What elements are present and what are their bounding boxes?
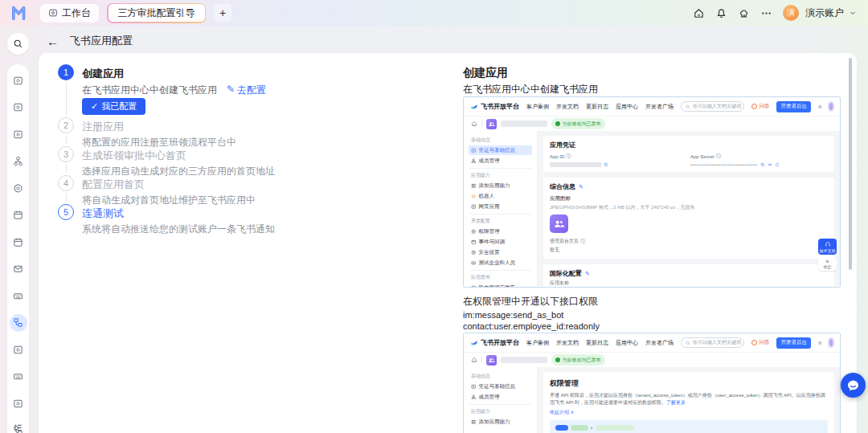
preview-panel: 创建应用 在飞书应用中心中创建飞书应用 飞书开放平台 客户案例 开发文档 更新日… (463, 53, 847, 433)
rail-item-integration[interactable] (10, 179, 27, 197)
flow-row (555, 425, 822, 431)
edit-pencil-icon: ✎ (585, 271, 590, 277)
more-options-icon[interactable] (760, 7, 772, 19)
notification-bell-icon[interactable] (715, 7, 727, 19)
rail-item-workflow-active[interactable] (10, 314, 27, 332)
rail-item-schedule[interactable] (10, 233, 27, 251)
tab-active-border: 三方审批配置引导 (107, 3, 206, 23)
sliders-icon (13, 371, 23, 382)
rail-item-mail[interactable] (10, 260, 27, 278)
step-2-desc: 将配置的应用注册至班领流程平台中 (82, 136, 236, 149)
publish-status-badge: 当前修改均已发布 (551, 118, 605, 129)
rail-item-gallery[interactable] (10, 394, 27, 412)
back-button[interactable]: ← (47, 35, 59, 48)
sidebar-section-basic: 基础信息 (471, 373, 532, 380)
feishu-console-button: 开发者后台 (776, 101, 811, 112)
copy-icon (760, 162, 765, 167)
home-icon[interactable] (693, 7, 705, 19)
learn-more-link: 了解更多 (666, 400, 686, 405)
feishu-nav-appcenter: 应用中心 (616, 339, 638, 347)
rail-item-capture[interactable] (10, 341, 27, 358)
configured-button[interactable]: ✓ 我已配置 (82, 98, 145, 115)
rail-item-calendar[interactable] (10, 206, 27, 224)
user-avatar[interactable]: 演 (783, 5, 799, 21)
divider (469, 168, 532, 169)
feishu-sidebar: 基础信息 凭证与基础信息 成员管理 应用能力 添加应用能力 (464, 367, 538, 433)
permission-note: 在权限管理中开通以下接口权限 (463, 295, 598, 308)
step-1-number: 1 (58, 64, 74, 80)
step-connector (66, 165, 67, 173)
apps-icon (13, 129, 23, 140)
search-button[interactable] (7, 33, 29, 55)
tab-approval-guide[interactable]: 三方审批配置引导 (108, 4, 205, 22)
org-chart-icon (13, 156, 23, 166)
permission-desc: 开通 API 权限后，应用才能以应用身份（tenant_access_token… (550, 392, 833, 406)
app-logo (11, 5, 29, 21)
grid-menu-icon (818, 104, 821, 110)
account-name[interactable]: 演示账户 (805, 6, 844, 20)
permission-scopes: im:message:send_as_bot contact:user.empl… (463, 309, 600, 332)
headset-icon (825, 241, 831, 247)
schedule-icon (13, 237, 23, 247)
credential-icon (471, 384, 477, 390)
feishu-nav-changelog: 更新日志 (586, 103, 608, 111)
feishu-navbar: 飞书开放平台 客户案例 开发文档 更新日志 应用中心 开发者广场 你可以输入文档… (464, 333, 840, 353)
screenshot-feishu-console-basic: 飞书开放平台 客户案例 开发文档 更新日志 应用中心 开发者广场 你可以输入文档… (463, 96, 841, 288)
rail-bottom-menu[interactable] (13, 423, 23, 433)
rail-item-input[interactable] (10, 287, 27, 304)
rail-item-approval[interactable] (10, 99, 27, 116)
app-secret-label: App Secretⓘ (690, 153, 780, 160)
i18n-card: 国际化配置✎ 应用名称 (543, 264, 834, 286)
app-body: ← 飞书应用配置 1 创建应用 在飞书应用中心中创建飞书应用 ✎去配置 ✓ 我已… (0, 26, 868, 433)
token-flow-infobox (550, 420, 828, 433)
new-tab-button[interactable]: + (214, 4, 231, 22)
rail-item-org[interactable] (10, 153, 27, 170)
security-icon (471, 250, 477, 255)
test-org-icon (471, 260, 477, 266)
caret-up-icon: ∧ (571, 410, 574, 415)
window-titlebar: 工作台 三方审批配置引导 + 演 演示账户 (0, 0, 868, 26)
feishu-breadcrumb: 当前修改均已发布 (464, 116, 840, 131)
rewards-icon[interactable] (738, 7, 750, 19)
feishu-logo-icon (470, 339, 478, 347)
tab-workspace[interactable]: 工作台 (40, 4, 99, 22)
app-avatar (486, 355, 497, 366)
app-name-redacted (501, 357, 547, 363)
floating-side-buttons: 技术支持 »收起 (818, 239, 837, 271)
scrollbar-thumb[interactable] (849, 58, 852, 270)
qa-icon (751, 340, 757, 345)
app-id-label: App IDⓘ (550, 153, 690, 160)
app-name-label: 应用名称 (550, 280, 828, 286)
step-4-title: 配置应用首页 (82, 178, 145, 192)
sidebar-item-add-ability: 添加应用能力 (469, 417, 532, 427)
chat-support-fab[interactable] (841, 373, 866, 398)
sidebar-section-ability: 应用能力 (471, 172, 532, 179)
step-4-number: 4 (58, 175, 74, 191)
screenshot-feishu-console-permissions: 飞书开放平台 客户案例 开发文档 更新日志 应用中心 开发者广场 你可以输入文档… (463, 333, 841, 433)
collapse-button: »收起 (818, 257, 837, 271)
tech-support-button: 技术支持 (818, 239, 837, 255)
rail-item-workbench[interactable] (10, 71, 27, 89)
page-header: ← 飞书应用配置 (47, 32, 133, 50)
qa-icon (751, 104, 757, 109)
event-icon (471, 239, 477, 245)
general-info-card: 综合信息✎ 应用图标 JPEG/PNG/SVG/BMP 格式，2 MB 以内，大… (543, 178, 834, 259)
info-icon: ⓘ (566, 153, 571, 160)
sidebar-item-add-ability: 添加应用能力 (469, 181, 532, 190)
feishu-console-button: 开发者后台 (776, 337, 811, 349)
app-id-block: App IDⓘ (550, 153, 690, 167)
rail-item-apps[interactable] (10, 125, 27, 143)
capture-icon (13, 345, 23, 355)
member-icon (471, 394, 477, 400)
feishu-avatar-blurred (829, 102, 833, 111)
rail-item-sliders[interactable] (10, 368, 27, 386)
go-configure-link[interactable]: ✎去配置 (227, 84, 266, 97)
feishu-nav-docs: 开发文档 (556, 103, 579, 111)
step-5-title: 连通测试 (82, 206, 124, 221)
collapse-icon: » (826, 259, 829, 264)
chevron-down-icon[interactable] (849, 9, 857, 17)
step-5-number: 5 (58, 204, 74, 220)
tab-workspace-label: 工作台 (62, 6, 91, 20)
step-1-title: 创建应用 (82, 67, 124, 81)
step-connector (66, 136, 67, 144)
